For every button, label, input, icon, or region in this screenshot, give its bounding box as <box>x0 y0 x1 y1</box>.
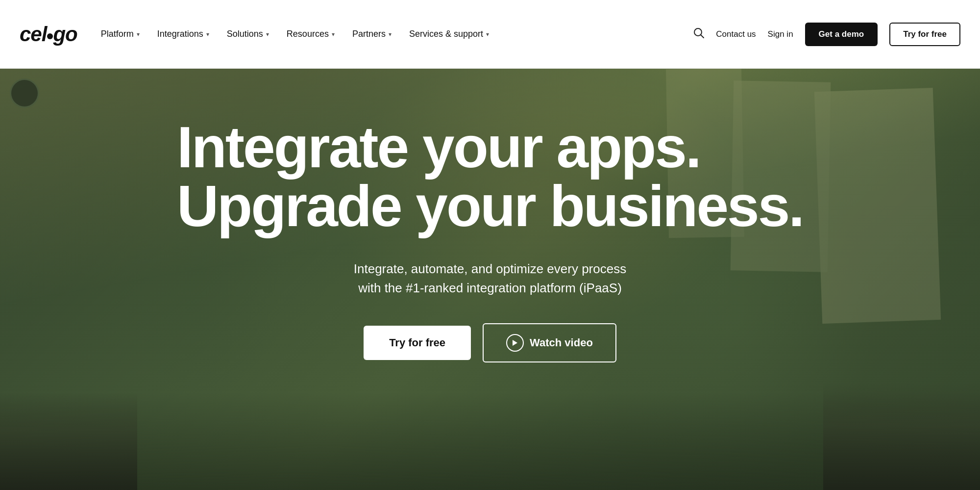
header-actions: Contact us Sign in Get a demo Try for fr… <box>693 23 960 46</box>
logo-dot <box>47 33 53 39</box>
watch-video-button[interactable]: Watch video <box>483 323 616 362</box>
hero-section: Integrate your apps. Upgrade your busine… <box>0 69 980 490</box>
header: celgo Platform ▾ Integrations ▾ Solution… <box>0 0 980 69</box>
chevron-down-icon: ▾ <box>266 31 269 38</box>
chevron-down-icon: ▾ <box>332 31 335 38</box>
hero-buttons: Try for free Watch video <box>364 323 616 362</box>
chevron-down-icon: ▾ <box>206 31 209 38</box>
hero-subtitle-line2: with the #1-ranked integration platform … <box>354 279 626 298</box>
logo[interactable]: celgo <box>20 23 77 46</box>
sign-in-link[interactable]: Sign in <box>768 29 793 39</box>
search-icon[interactable] <box>693 27 704 41</box>
watch-video-label: Watch video <box>530 336 593 349</box>
contact-us-link[interactable]: Contact us <box>716 29 756 39</box>
hero-subtitle: Integrate, automate, and optimize every … <box>354 259 626 298</box>
svg-point-0 <box>694 28 702 36</box>
try-free-button-header[interactable]: Try for free <box>889 23 960 46</box>
nav-item-solutions[interactable]: Solutions ▾ <box>227 29 269 39</box>
get-demo-button[interactable]: Get a demo <box>805 23 878 46</box>
hero-title-line2: Upgrade your business. <box>177 177 803 235</box>
main-nav: Platform ▾ Integrations ▾ Solutions ▾ Re… <box>101 29 694 39</box>
hero-content: Integrate your apps. Upgrade your busine… <box>0 69 980 362</box>
nav-item-partners[interactable]: Partners ▾ <box>352 29 392 39</box>
chevron-down-icon: ▾ <box>486 31 489 38</box>
hero-overlay <box>0 392 980 490</box>
svg-line-1 <box>701 35 704 38</box>
chevron-down-icon: ▾ <box>137 31 140 38</box>
hero-title: Integrate your apps. Upgrade your busine… <box>138 118 842 236</box>
chevron-down-icon: ▾ <box>389 31 392 38</box>
nav-item-platform[interactable]: Platform ▾ <box>101 29 140 39</box>
nav-item-services-support[interactable]: Services & support ▾ <box>409 29 489 39</box>
try-free-button-hero[interactable]: Try for free <box>364 326 471 360</box>
hero-title-line1: Integrate your apps. <box>177 118 803 177</box>
hero-subtitle-line1: Integrate, automate, and optimize every … <box>354 259 626 279</box>
nav-item-integrations[interactable]: Integrations ▾ <box>157 29 209 39</box>
play-icon <box>506 334 524 352</box>
logo-wordmark: celgo <box>20 23 77 46</box>
nav-item-resources[interactable]: Resources ▾ <box>287 29 335 39</box>
